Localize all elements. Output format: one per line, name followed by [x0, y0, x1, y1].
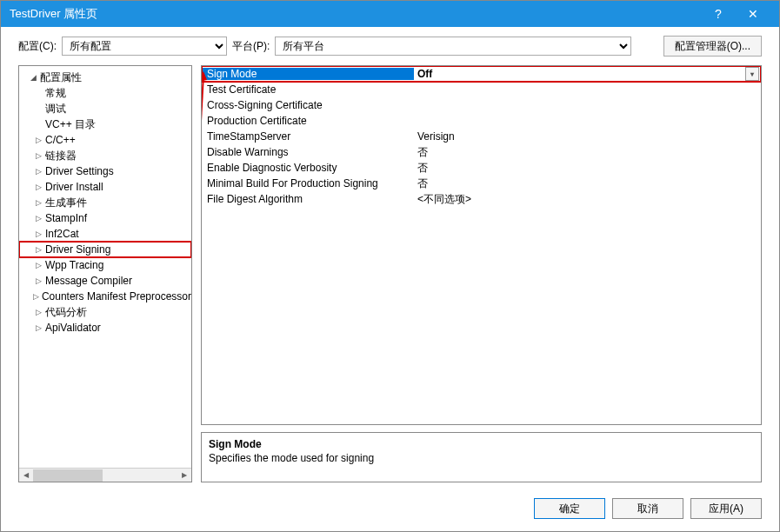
- expand-icon[interactable]: ▷: [33, 292, 40, 301]
- window-title: TestDriver 属性页: [10, 6, 701, 22]
- config-dropdown[interactable]: 所有配置: [62, 37, 227, 56]
- platform-label: 平台(P):: [232, 39, 270, 54]
- collapse-icon[interactable]: ◢: [28, 73, 38, 82]
- expand-icon[interactable]: ▷: [33, 245, 43, 254]
- property-name: Sign Mode: [202, 68, 414, 80]
- expand-icon[interactable]: ▷: [33, 198, 43, 207]
- property-row[interactable]: Production Certificate: [202, 113, 761, 129]
- tree-root-label: 配置属性: [38, 70, 82, 85]
- expand-icon[interactable]: ▷: [33, 323, 43, 332]
- tree-item[interactable]: ▷Driver Install: [19, 179, 191, 195]
- tree-item[interactable]: ▷链接器: [19, 148, 191, 163]
- tree-item[interactable]: VC++ 目录: [19, 116, 191, 132]
- platform-dropdown[interactable]: 所有平台: [275, 37, 631, 56]
- dialog-footer: 确定 取消 应用(A): [1, 491, 779, 529]
- property-row[interactable]: Disable Warnings否: [202, 144, 761, 160]
- property-row[interactable]: Test Certificate: [202, 82, 761, 97]
- description-panel: Sign Mode Specifies the mode used for si…: [201, 432, 762, 482]
- tree-item[interactable]: ▷Message Compiler: [19, 273, 191, 289]
- help-button[interactable]: ?: [701, 1, 736, 27]
- config-manager-button[interactable]: 配置管理器(O)...: [663, 36, 762, 57]
- tree-item[interactable]: 常规: [19, 85, 191, 101]
- horizontal-scrollbar[interactable]: ◀ ▶: [19, 468, 191, 482]
- tree-item[interactable]: ▷C/C++: [19, 132, 191, 148]
- scroll-right-icon[interactable]: ▶: [177, 469, 191, 482]
- expand-icon[interactable]: ▷: [33, 261, 43, 269]
- title-bar: TestDriver 属性页 ? ✕: [1, 1, 779, 27]
- ok-button[interactable]: 确定: [534, 498, 605, 519]
- nav-tree[interactable]: ◢ 配置属性 常规 调试 VC++ 目录 ▷C/C++ ▷链接器 ▷Driver…: [19, 66, 191, 468]
- description-text: Specifies the mode used for signing: [209, 452, 754, 464]
- tree-item[interactable]: ▷Wpp Tracing: [19, 257, 191, 273]
- property-row[interactable]: Enable Diagnostic Verbosity否: [202, 160, 761, 176]
- expand-icon[interactable]: ▷: [33, 276, 43, 285]
- tree-item[interactable]: ▷代码分析: [19, 304, 191, 320]
- tree-item[interactable]: ▷Inf2Cat: [19, 226, 191, 242]
- scroll-track[interactable]: [33, 469, 177, 482]
- config-toolbar: 配置(C): 所有配置 平台(P): 所有平台 配置管理器(O)...: [1, 27, 779, 65]
- dropdown-icon[interactable]: ▾: [745, 67, 759, 81]
- expand-icon[interactable]: ▷: [33, 214, 43, 223]
- expand-icon[interactable]: ▷: [33, 308, 43, 316]
- tree-item[interactable]: 调试: [19, 101, 191, 116]
- tree-item[interactable]: ▷Driver Settings: [19, 163, 191, 179]
- expand-icon[interactable]: ▷: [33, 183, 43, 191]
- tree-item[interactable]: ▷ApiValidator: [19, 320, 191, 336]
- property-value[interactable]: Off ▾: [414, 67, 761, 81]
- tree-item[interactable]: ▷Counters Manifest Preprocessor: [19, 289, 191, 304]
- cancel-button[interactable]: 取消: [612, 498, 683, 519]
- property-row[interactable]: TimeStampServerVerisign: [202, 129, 761, 144]
- expand-icon[interactable]: ▷: [33, 151, 43, 160]
- description-title: Sign Mode: [209, 438, 754, 450]
- apply-button[interactable]: 应用(A): [690, 498, 762, 519]
- expand-icon[interactable]: ▷: [33, 167, 43, 176]
- tree-item[interactable]: ▷StampInf: [19, 210, 191, 226]
- scroll-thumb[interactable]: [33, 469, 103, 482]
- property-row-sign-mode[interactable]: Sign Mode Off ▾: [202, 66, 761, 82]
- tree-item-driver-signing[interactable]: ▷Driver Signing: [19, 242, 191, 257]
- scroll-left-icon[interactable]: ◀: [19, 469, 33, 482]
- close-button[interactable]: ✕: [736, 1, 770, 27]
- tree-item[interactable]: ▷生成事件: [19, 195, 191, 210]
- property-grid: Sign Mode Off ▾ Test Certificate Cross-S…: [201, 65, 762, 425]
- property-row[interactable]: Minimal Build For Production Signing否: [202, 176, 761, 191]
- expand-icon[interactable]: ▷: [33, 229, 43, 238]
- property-row[interactable]: File Digest Algorithm<不同选项>: [202, 191, 761, 207]
- config-label: 配置(C):: [18, 39, 57, 54]
- nav-tree-pane: ◢ 配置属性 常规 调试 VC++ 目录 ▷C/C++ ▷链接器 ▷Driver…: [18, 65, 192, 482]
- tree-root[interactable]: ◢ 配置属性: [19, 70, 191, 85]
- expand-icon[interactable]: ▷: [33, 136, 43, 144]
- property-row[interactable]: Cross-Signing Certificate: [202, 97, 761, 113]
